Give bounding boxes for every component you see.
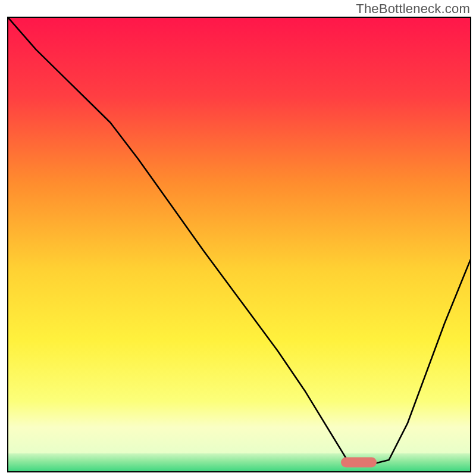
chart-root: TheBottleneck.com <box>0 0 476 476</box>
plot-frame <box>7 17 471 472</box>
background-gradient-main <box>8 18 470 453</box>
optimum-marker <box>341 457 377 467</box>
watermark-text: TheBottleneck.com <box>356 1 470 17</box>
background-gradient-green <box>8 453 470 472</box>
